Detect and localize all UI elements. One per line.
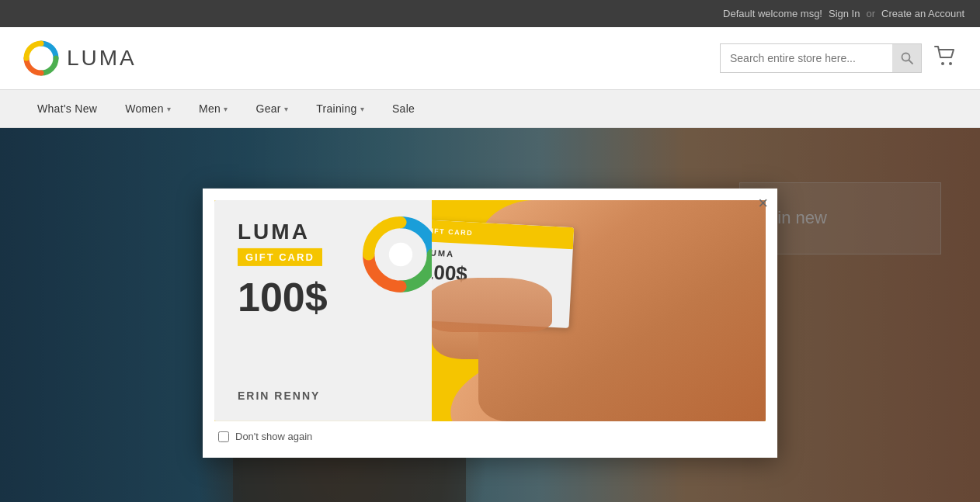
svg-point-5	[949, 62, 952, 65]
welcome-message: Default welcome msg!	[723, 8, 822, 19]
logo-link[interactable]: LUMA	[23, 40, 137, 76]
nav-item-sale[interactable]: Sale	[378, 90, 429, 127]
chevron-down-icon: ▾	[284, 105, 288, 113]
hand-holding-area: GIFT CARD LUMA 100$	[432, 200, 766, 421]
chevron-down-icon: ▾	[167, 105, 171, 113]
nav-item-training[interactable]: Training ▾	[302, 90, 378, 127]
nav-item-men[interactable]: Men ▾	[185, 90, 242, 127]
logo-text: LUMA	[67, 46, 137, 71]
dont-show-label[interactable]: Don't show again	[235, 431, 312, 442]
svg-point-1	[37, 54, 45, 62]
modal-footer: Don't show again	[214, 421, 766, 446]
cart-button[interactable]	[933, 45, 957, 72]
gift-card-logo-icon	[362, 216, 440, 293]
gift-card-logo-area	[362, 216, 440, 293]
modal-close-button[interactable]: ×	[758, 195, 768, 212]
or-separator: or	[866, 8, 875, 19]
svg-point-4	[941, 62, 944, 65]
gift-card-image: LUMA GIFT CARD 100$ ERIN RENNY	[214, 200, 766, 421]
svg-line-3	[909, 61, 912, 64]
svg-point-6	[389, 243, 412, 266]
top-bar: Default welcome msg! Sign In or Create a…	[0, 0, 980, 27]
nav-item-gear[interactable]: Gear ▾	[242, 90, 303, 127]
gift-card-label: GIFT CARD	[238, 248, 322, 266]
chevron-down-icon: ▾	[360, 105, 364, 113]
header: LUMA	[0, 27, 980, 89]
create-account-link[interactable]: Create an Account	[881, 8, 964, 19]
search-input[interactable]	[720, 43, 922, 73]
sign-in-link[interactable]: Sign In	[829, 8, 860, 19]
hero-section: b in new × LUMA GIFT CARD 100$ ERIN RENN…	[0, 128, 980, 502]
nav-item-whats-new[interactable]: What's New	[23, 90, 111, 127]
gift-card-recipient: ERIN RENNY	[238, 389, 416, 402]
finger-overlay	[432, 278, 552, 332]
search-button[interactable]	[892, 43, 922, 73]
nav-item-women[interactable]: Women ▾	[111, 90, 185, 127]
dont-show-checkbox[interactable]	[218, 431, 229, 441]
chevron-down-icon: ▾	[224, 105, 228, 113]
main-nav: What's New Women ▾ Men ▾ Gear ▾ Training…	[0, 89, 980, 128]
search-container	[720, 43, 922, 73]
header-right	[720, 43, 957, 73]
modal-dialog: × LUMA GIFT CARD 100$ ERIN RENNY	[203, 189, 777, 458]
luma-logo-icon	[23, 40, 59, 76]
search-icon	[901, 52, 913, 64]
cart-icon	[933, 45, 957, 67]
